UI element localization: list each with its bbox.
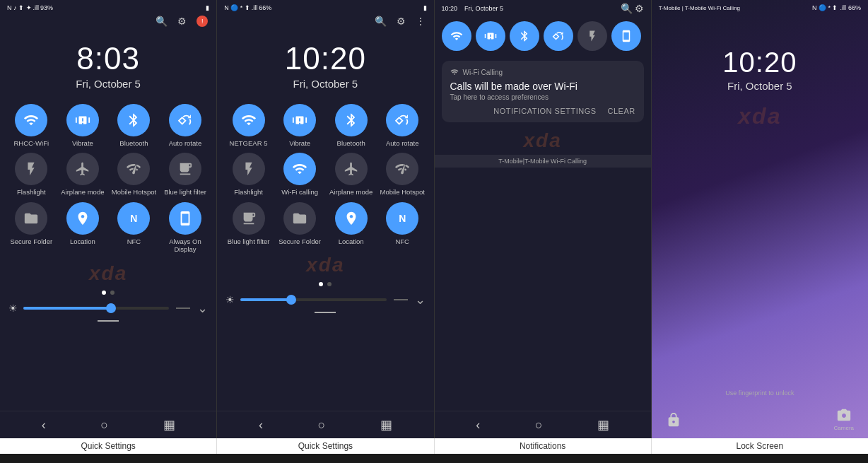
tile-label-nfc-2: NFC [395,238,409,245]
notif-tile-aod[interactable] [611,21,641,51]
tile-label-aod-1: Always On Display [161,238,210,254]
recents-btn-3[interactable]: ▦ [597,417,609,433]
xda-watermark-2: xda [217,251,433,279]
settings-icon-1[interactable]: ⚙ [177,16,187,27]
notif-clear-btn[interactable]: Clear [608,107,635,115]
tile-label-bluetooth-1: Bluetooth [119,139,148,147]
lock-bottom: Camera [652,401,868,438]
home-btn-2[interactable]: ○ [317,418,325,433]
tile-icon-rotate-1 [169,104,201,136]
tile-bluelight-1[interactable]: Blue light filter [161,153,210,196]
notif-tile-vibrate[interactable] [476,21,505,51]
tile-bluelight-2[interactable]: Blue light filter [224,202,273,245]
tile-vibrate-1[interactable]: Vibrate [59,104,107,147]
back-btn-2[interactable]: ‹ [259,418,263,433]
camera-label: Camera [834,425,854,431]
search-icon-1[interactable]: 🔍 [156,16,168,27]
search-icon-3[interactable]: 🔍 [621,3,633,14]
tile-vibrate-2[interactable]: Vibrate [276,104,324,147]
recents-btn-1[interactable]: ▦ [163,417,175,433]
tile-nfc-1[interactable]: N NFC [110,202,158,254]
tile-label-rotate-2: Auto rotate [386,139,418,147]
dot-1-active [102,291,106,295]
home-btn-1[interactable]: ○ [100,418,108,433]
tile-hotspot-1[interactable]: Mobile Hotspot [110,153,158,196]
tile-securefolder-2[interactable]: Secure Folder [276,202,324,245]
brightness-icon-1: ☀ [8,303,18,314]
tile-icon-securefolder-1 [15,202,47,235]
tile-flashlight-1[interactable]: Flashlight [7,153,56,196]
status-icons-4: N 🔵 * ⬆ [812,4,838,11]
tile-label-bluetooth-2: Bluetooth [337,139,365,147]
home-btn-3[interactable]: ○ [535,418,543,433]
tile-wifi-1[interactable]: RHCC-WiFi [7,104,56,147]
notif-tile-wificalling[interactable] [544,21,573,51]
notif-settings-btn[interactable]: Notification settings [493,107,596,115]
tile-bluetooth-2[interactable]: Bluetooth [327,104,375,147]
status-left-1: N ♪ ⬆ ✦ .ill 93% [7,4,53,11]
brightness-row-1: ☀ ⌄ [0,298,216,319]
tile-flashlight-2[interactable]: Flashlight [224,153,273,196]
tile-label-wificalling-2: Wi-Fi calling [281,188,318,196]
brightness-auto-2[interactable]: ⌄ [415,292,426,307]
tile-bluetooth-1[interactable]: Bluetooth [110,104,158,147]
back-btn-3[interactable]: ‹ [476,418,480,433]
dot-2-active [319,282,323,286]
status-right-2: ▮ [423,4,427,11]
xda-watermark-4: xda [652,100,868,132]
notif-tile-bluetooth[interactable] [510,21,539,51]
notif-tile-flashlight[interactable] [577,21,607,51]
tile-hotspot-2[interactable]: Mobile Hotspot [378,153,427,196]
tile-location-1[interactable]: Location [59,202,107,254]
clock-area-4: 10:20 Fri, October 5 [652,35,868,100]
date-inline-3: Fri, October 5 [464,5,503,12]
xda-watermark-3: xda [435,127,651,155]
clock-date-4: Fri, October 5 [652,80,868,92]
tile-label-location-2: Location [339,238,364,245]
lock-icon-btn[interactable] [666,412,681,428]
tile-label-location-1: Location [70,238,95,245]
tile-airplane-2[interactable]: Airplane mode [327,153,375,196]
tile-aod-1[interactable]: Always On Display [161,202,210,254]
brightness-track-2[interactable] [240,298,386,301]
brightness-separator-2 [394,299,408,300]
tile-location-2[interactable]: Location [327,202,375,245]
brightness-thumb-1 [106,303,116,313]
brightness-track-1[interactable] [23,307,169,310]
notif-header: Wi-Fi Calling [450,68,635,76]
tile-label-securefolder-1: Secure Folder [10,238,52,245]
search-icon-2[interactable]: 🔍 [375,16,387,27]
back-btn-1[interactable]: ‹ [42,418,46,433]
tile-nfc-2[interactable]: N NFC [378,202,427,245]
tile-rotate-2[interactable]: Auto rotate [378,104,427,147]
status-bar-3: 10:20 Fri, October 5 🔍 ⚙ [435,0,651,16]
tile-icon-bluelight-1 [169,153,201,185]
tile-airplane-1[interactable]: Airplane mode [59,153,107,196]
tile-icon-airplane-2 [335,153,368,185]
signal-4: .ill [840,4,846,11]
notification-icon-1[interactable]: ! [197,16,208,27]
tile-rotate-1[interactable]: Auto rotate [161,104,210,147]
brightness-separator-1 [176,307,190,309]
notif-tile-wifi[interactable] [442,21,471,51]
tile-wifi-2[interactable]: NETGEAR 5 [224,104,273,147]
more-icon-2[interactable]: ⋮ [416,16,426,27]
brightness-auto-1[interactable]: ⌄ [197,300,208,316]
notif-app-name: Wi-Fi Calling [463,69,503,76]
settings-icon-2[interactable]: ⚙ [397,16,406,27]
camera-icon-btn[interactable]: Camera [834,408,854,431]
notif-subtitle: Tap here to access preferences [450,93,635,101]
recents-btn-2[interactable]: ▦ [380,417,392,433]
tile-icon-flashlight-1 [15,153,47,185]
brightness-row-2: ☀ ⌄ [217,289,433,310]
clock-area-1: 8:03 Fri, October 5 [0,30,216,98]
brightness-thumb-2 [286,295,296,305]
dot-1-inactive [110,291,115,295]
settings-icon-3[interactable]: ⚙ [635,3,644,14]
tile-icon-hotspot-2 [386,153,418,185]
status-right-3: 🔍 ⚙ [621,3,644,14]
tile-securefolder-1[interactable]: Secure Folder [7,202,56,254]
tile-wificalling-2[interactable]: Wi-Fi calling [276,153,324,196]
notification-card[interactable]: Wi-Fi Calling Calls will be made over Wi… [442,61,644,122]
clock-date-1: Fri, October 5 [0,78,216,90]
